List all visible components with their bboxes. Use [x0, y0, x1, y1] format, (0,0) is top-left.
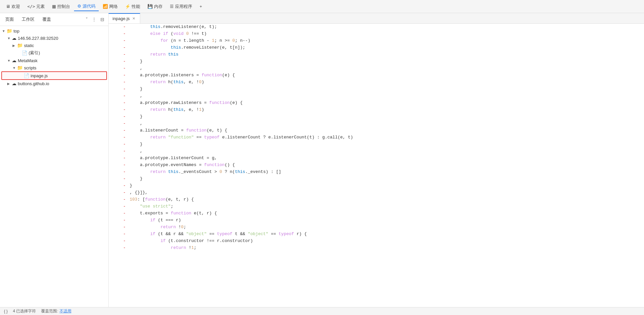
sidebar-tab-workspace[interactable]: 工作区: [19, 15, 37, 24]
toolbar-console-btn[interactable]: ▦ 控制台: [49, 2, 73, 11]
editor-tab-inpagejs[interactable]: inpage.js ✕: [109, 13, 140, 23]
line-content: this.removeListener(e, t[n]);: [127, 44, 644, 51]
line-content: }: [127, 182, 644, 189]
code-line: - a.prototype.eventNames = function() {: [109, 162, 644, 169]
line-diff: -: [122, 210, 127, 217]
coverage-value[interactable]: 不适用: [60, 308, 71, 314]
line-number: [109, 113, 122, 114]
code-line: - }: [109, 141, 644, 148]
folder-icon: 📁: [17, 43, 23, 48]
line-diff: -: [122, 155, 127, 161]
console-icon: ▦: [52, 4, 56, 9]
sidebar-tab-page[interactable]: 页面: [3, 15, 16, 24]
line-diff: -: [122, 113, 127, 120]
line-diff: -: [122, 120, 127, 127]
tab-close-btn[interactable]: ✕: [132, 16, 136, 21]
tree-item-scripts[interactable]: ▼ 📁 scripts: [0, 64, 108, 71]
code-line: - if (t === r): [109, 217, 644, 224]
sidebar-panel-btn[interactable]: ⊟: [99, 16, 106, 23]
sources-icon: ⚙: [77, 4, 81, 9]
arrow-icon: ▼: [7, 59, 12, 62]
code-line: - }: [109, 182, 644, 189]
line-content: }: [127, 176, 644, 182]
tree-item-top[interactable]: ▼ 📁 top: [0, 27, 108, 35]
sidebar-chevron-btn[interactable]: ˅: [84, 16, 89, 23]
tree-label: buttons.github.io: [18, 81, 49, 86]
performance-icon: ⚡: [125, 4, 130, 9]
line-number: [109, 93, 122, 93]
toolbar-memory-btn[interactable]: 💾 内存: [144, 2, 166, 11]
line-number: [109, 86, 122, 86]
line-number: [109, 127, 122, 128]
tree-item-buttons[interactable]: ▶ ☁ buttons.github.io: [0, 80, 108, 87]
line-content: }: [127, 86, 644, 93]
line-number: [109, 31, 122, 31]
code-line: - }: [109, 176, 644, 182]
line-number: [109, 51, 122, 52]
code-editor[interactable]: - this.removeListener(e, t); - else if (…: [109, 24, 644, 307]
code-line: - }: [109, 113, 644, 120]
toolbar-application-btn[interactable]: ☰ 应用程序: [167, 2, 195, 11]
line-diff: -: [122, 182, 127, 189]
code-line: - a.prototype.listeners = function(e) {: [109, 72, 644, 79]
line-diff: -: [122, 196, 127, 203]
line-content: return h(this, e, !1): [127, 107, 644, 113]
tree-item-static[interactable]: ▶ 📁 static: [0, 42, 108, 49]
line-content: a.prototype.eventNames = function() {: [127, 162, 644, 169]
line-number: [109, 24, 122, 24]
line-number: [109, 65, 122, 65]
tree-item-inpagejs[interactable]: 📄 inpage.js: [1, 71, 107, 80]
line-diff: -: [122, 203, 127, 210]
elements-icon: </>: [27, 4, 35, 9]
coverage-label: 覆盖范围:: [41, 308, 58, 314]
panel-icon: ⊟: [100, 17, 104, 22]
line-number: [109, 162, 122, 162]
line-diff: -: [122, 58, 127, 65]
line-diff: -: [122, 72, 127, 79]
memory-icon: 💾: [147, 4, 153, 9]
toolbar-elements-btn[interactable]: </> 元素: [24, 2, 48, 11]
code-line: - if (t && r && "object" == typeof t && …: [109, 231, 644, 238]
sidebar-more-btn[interactable]: ⋮: [90, 16, 98, 23]
toolbar-performance-btn[interactable]: ⚡ 性能: [122, 2, 143, 11]
tree-item-metamask[interactable]: ▼ ☁ MetaMask: [0, 57, 108, 64]
add-icon: +: [199, 4, 202, 9]
toolbar-device-btn[interactable]: 🖥 欢迎: [3, 2, 23, 11]
line-number: [109, 231, 122, 231]
tree-label: 146.56.227.88:32520: [18, 36, 58, 41]
line-number: [109, 169, 122, 169]
line-content: return !0;: [127, 224, 644, 231]
line-number: [109, 224, 122, 224]
tree-label: inpage.js: [31, 73, 48, 78]
line-number: [109, 58, 122, 59]
editor-area: inpage.js ✕ - this.removeListener(e, t);…: [109, 13, 644, 307]
line-diff: -: [122, 51, 127, 58]
sidebar-tab-override[interactable]: 覆盖: [40, 15, 54, 24]
tree-item-server[interactable]: ▼ ☁ 146.56.227.88:32520: [0, 35, 108, 42]
toolbar-sources-btn[interactable]: ⚙ 源代码: [74, 2, 99, 11]
line-number: [109, 238, 122, 238]
arrow-icon: ▼: [7, 36, 12, 40]
line-content: return "function" == typeof e.listenerCo…: [127, 134, 644, 141]
editor-tabs: inpage.js ✕: [109, 13, 644, 24]
line-diff: -: [122, 127, 127, 134]
code-line: - this.removeListener(e, t[n]);: [109, 44, 644, 51]
tree-item-index[interactable]: 📄 (索引): [0, 49, 108, 57]
folder-icon: 📁: [7, 28, 12, 34]
tree-label: scripts: [24, 65, 37, 70]
tree-label: (索引): [29, 50, 40, 56]
code-line: - ,: [109, 93, 644, 100]
line-content: ,: [127, 65, 644, 72]
network-icon: 📶: [103, 4, 108, 9]
tree-label: MetaMask: [18, 58, 38, 63]
line-number: [109, 217, 122, 217]
arrow-icon: ▼: [13, 66, 17, 70]
line-number: [109, 155, 122, 155]
toolbar-add-btn[interactable]: +: [196, 3, 205, 10]
line-number: [109, 107, 122, 107]
line-content: return this: [127, 51, 644, 58]
toolbar-network-btn[interactable]: 📶 网络: [99, 2, 121, 11]
line-diff: -: [122, 217, 127, 224]
line-number: [109, 196, 122, 197]
line-content: "use strict";: [127, 203, 644, 210]
